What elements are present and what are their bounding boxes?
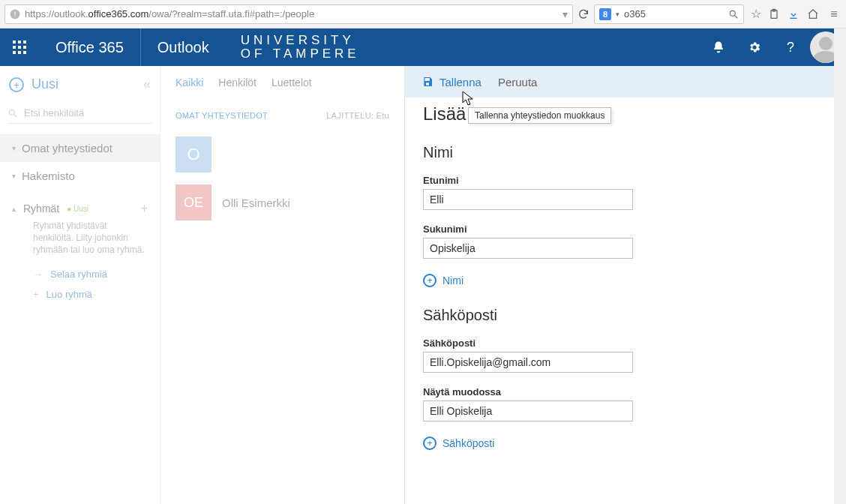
suite-header: Office 365 Outlook UNIVERSITY OF TAMPERE… — [0, 28, 846, 66]
scrollbar[interactable] — [834, 28, 846, 504]
download-icon[interactable] — [788, 8, 802, 20]
org-title-line2: OF TAMPERE — [241, 47, 360, 61]
svg-rect-13 — [23, 46, 26, 49]
create-group-link[interactable]: + Luo ryhmä — [0, 284, 160, 304]
filter-tabs: Kaikki Henkilöt Luettelot — [176, 76, 389, 88]
section-name: Nimi — [423, 144, 828, 161]
input-displayas[interactable] — [423, 400, 633, 422]
search-people-input[interactable]: Etsi henkilöitä — [8, 103, 152, 124]
svg-rect-10 — [23, 40, 26, 44]
letter-divider: O — [176, 136, 212, 172]
collapse-icon[interactable]: « — [143, 76, 151, 92]
tab-people[interactable]: Henkilöt — [218, 76, 256, 88]
section-my-contacts: OMAT YHTEYSTIEDOT — [176, 111, 268, 120]
plus-circle-icon: + — [423, 274, 436, 287]
nav-directory[interactable]: ▾ Hakemisto — [0, 162, 160, 190]
add-email-label: Sähköposti — [442, 437, 494, 449]
org-title-line1: UNIVERSITY — [241, 34, 360, 47]
left-nav: + Uusi « Etsi henkilöitä ▾ Omat yhteysti… — [0, 66, 160, 504]
url-text: https://outlook.office365.com/owa/?realm… — [25, 8, 558, 20]
search-provider-icon: 8 — [599, 8, 611, 20]
tab-lists[interactable]: Luettelot — [272, 76, 312, 88]
chevron-down-icon: ▾ — [12, 144, 16, 152]
svg-line-18 — [14, 114, 17, 117]
svg-rect-16 — [23, 51, 26, 54]
add-name-link[interactable]: + Nimi — [423, 274, 828, 287]
svg-line-4 — [735, 15, 738, 18]
browser-search-text: o365 — [624, 8, 724, 20]
svg-rect-1 — [14, 11, 15, 15]
contact-list-item[interactable]: OE Olli Esimerkki — [176, 184, 389, 220]
svg-rect-8 — [13, 40, 16, 44]
arrow-right-icon: → — [33, 268, 43, 280]
save-tooltip: Tallenna yhteystiedon muokkaus — [468, 107, 611, 124]
clipboard-icon[interactable] — [768, 8, 783, 20]
browser-search[interactable]: 8 ▾ o365 — [594, 4, 744, 24]
search-people-placeholder: Etsi henkilöitä — [24, 107, 84, 118]
add-email-link[interactable]: + Sähköposti — [423, 436, 828, 450]
contact-list-pane: Kaikki Henkilöt Luettelot OMAT YHTEYSTIE… — [160, 66, 404, 504]
add-name-label: Nimi — [442, 274, 464, 286]
input-lastname[interactable] — [423, 238, 633, 259]
app-launcher-icon[interactable] — [0, 28, 39, 66]
chevron-up-icon: ▴ — [12, 205, 16, 213]
plus-circle-icon: + — [9, 77, 24, 92]
save-icon — [422, 76, 434, 88]
browser-chrome: https://outlook.office365.com/owa/?realm… — [0, 0, 846, 28]
nav-groups[interactable]: ▴ Ryhmät ● Uusi + — [0, 190, 160, 217]
nav-my-contacts-label: Omat yhteystiedot — [22, 142, 112, 154]
nav-my-contacts[interactable]: ▾ Omat yhteystiedot — [0, 134, 160, 162]
org-title: UNIVERSITY OF TAMPERE — [226, 28, 700, 66]
app-name-outlook[interactable]: Outlook — [141, 28, 226, 66]
home-icon[interactable] — [807, 8, 822, 20]
reload-icon[interactable] — [578, 8, 590, 20]
editor-toolbar: Tallenna Peruuta — [405, 66, 846, 98]
input-email[interactable] — [423, 352, 633, 373]
settings-icon[interactable] — [736, 28, 772, 66]
menu-icon[interactable]: ≡ — [826, 8, 842, 21]
add-group-icon[interactable]: + — [141, 202, 148, 215]
svg-rect-11 — [13, 46, 16, 49]
svg-rect-20 — [426, 82, 429, 85]
nav-directory-label: Hakemisto — [22, 170, 75, 182]
label-email: Sähköposti — [423, 338, 828, 349]
svg-rect-15 — [18, 51, 21, 54]
contact-editor-panel: Tallenna Peruuta Tallenna yhteystiedon m… — [404, 66, 846, 504]
reader-mode-icon[interactable]: ▾ — [562, 8, 568, 20]
new-contact-label: Uusi — [32, 76, 58, 92]
save-button[interactable]: Tallenna — [422, 76, 482, 88]
label-displayas: Näytä muodossa — [423, 386, 828, 398]
svg-point-17 — [9, 110, 14, 115]
browse-groups-label: Selaa ryhmiä — [50, 268, 107, 280]
search-icon[interactable] — [728, 9, 739, 20]
url-bar[interactable]: https://outlook.office365.com/owa/?realm… — [4, 4, 573, 24]
contact-name-label: Olli Esimerkki — [222, 196, 290, 209]
plus-circle-icon: + — [423, 436, 436, 450]
sort-label[interactable]: LAJITTELU: Etu — [326, 111, 389, 120]
label-lastname: Sukunimi — [423, 224, 828, 235]
contact-avatar: OE — [176, 184, 212, 220]
bookmark-icon[interactable]: ☆ — [748, 7, 764, 21]
save-label: Tallenna — [440, 76, 482, 88]
browse-groups-link[interactable]: → Selaa ryhmiä — [0, 264, 160, 284]
section-email: Sähköposti — [423, 307, 828, 324]
tab-all[interactable]: Kaikki — [176, 76, 203, 88]
chevron-down-icon[interactable]: ▾ — [616, 10, 620, 18]
svg-rect-9 — [18, 40, 21, 44]
cancel-button[interactable]: Peruuta — [498, 76, 538, 88]
search-icon — [8, 108, 18, 118]
nav-groups-label: Ryhmät — [23, 202, 59, 214]
security-icon — [10, 9, 20, 20]
notifications-icon[interactable] — [700, 28, 736, 66]
svg-rect-19 — [425, 78, 430, 80]
brand-office365[interactable]: Office 365 — [39, 28, 140, 66]
label-firstname: Etunimi — [423, 175, 828, 186]
svg-rect-7 — [790, 17, 796, 18]
svg-rect-14 — [13, 51, 16, 54]
help-icon[interactable]: ? — [772, 28, 808, 66]
new-contact-button[interactable]: + Uusi « — [0, 74, 160, 95]
create-group-label: Luo ryhmä — [46, 289, 92, 300]
groups-description: Ryhmät yhdistävät henkilöitä. Liity joho… — [0, 217, 160, 264]
svg-point-3 — [730, 10, 735, 16]
input-firstname[interactable] — [423, 189, 633, 210]
